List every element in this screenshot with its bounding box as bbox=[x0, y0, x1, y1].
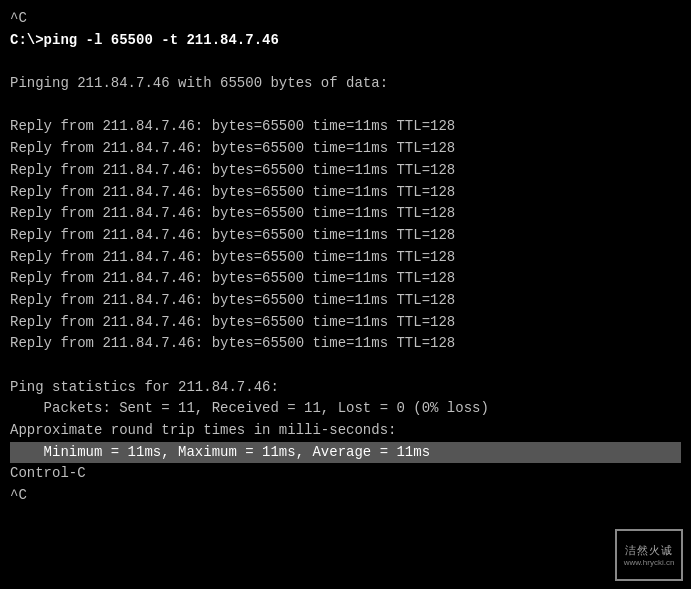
watermark: 洁然火诚 www.hrycki.cn bbox=[615, 529, 683, 581]
reply8: Reply from 211.84.7.46: bytes=65500 time… bbox=[10, 268, 681, 290]
reply2: Reply from 211.84.7.46: bytes=65500 time… bbox=[10, 138, 681, 160]
control-c: Control-C bbox=[10, 463, 681, 485]
blank-line bbox=[10, 51, 681, 73]
stats-header: Ping statistics for 211.84.7.46: bbox=[10, 377, 681, 399]
ctrl-c-1: ^C bbox=[10, 8, 681, 30]
reply5: Reply from 211.84.7.46: bytes=65500 time… bbox=[10, 203, 681, 225]
stats-times: Minimum = 11ms, Maximum = 11ms, Average … bbox=[10, 442, 681, 464]
reply7: Reply from 211.84.7.46: bytes=65500 time… bbox=[10, 247, 681, 269]
reply9: Reply from 211.84.7.46: bytes=65500 time… bbox=[10, 290, 681, 312]
reply6: Reply from 211.84.7.46: bytes=65500 time… bbox=[10, 225, 681, 247]
pinging: Pinging 211.84.7.46 with 65500 bytes of … bbox=[10, 73, 681, 95]
reply1: Reply from 211.84.7.46: bytes=65500 time… bbox=[10, 116, 681, 138]
terminal-window: ^CC:\>ping -l 65500 -t 211.84.7.46Pingin… bbox=[0, 0, 691, 589]
watermark-url: www.hrycki.cn bbox=[624, 558, 675, 567]
blank-line bbox=[10, 355, 681, 377]
reply4: Reply from 211.84.7.46: bytes=65500 time… bbox=[10, 182, 681, 204]
ctrl-c-2: ^C bbox=[10, 485, 681, 507]
stats-approx: Approximate round trip times in milli-se… bbox=[10, 420, 681, 442]
reply10: Reply from 211.84.7.46: bytes=65500 time… bbox=[10, 312, 681, 334]
reply3: Reply from 211.84.7.46: bytes=65500 time… bbox=[10, 160, 681, 182]
reply11: Reply from 211.84.7.46: bytes=65500 time… bbox=[10, 333, 681, 355]
stats-packets: Packets: Sent = 11, Received = 11, Lost … bbox=[10, 398, 681, 420]
cmd: C:\>ping -l 65500 -t 211.84.7.46 bbox=[10, 30, 681, 52]
blank-line bbox=[10, 95, 681, 117]
watermark-top: 洁然火诚 bbox=[625, 543, 673, 558]
